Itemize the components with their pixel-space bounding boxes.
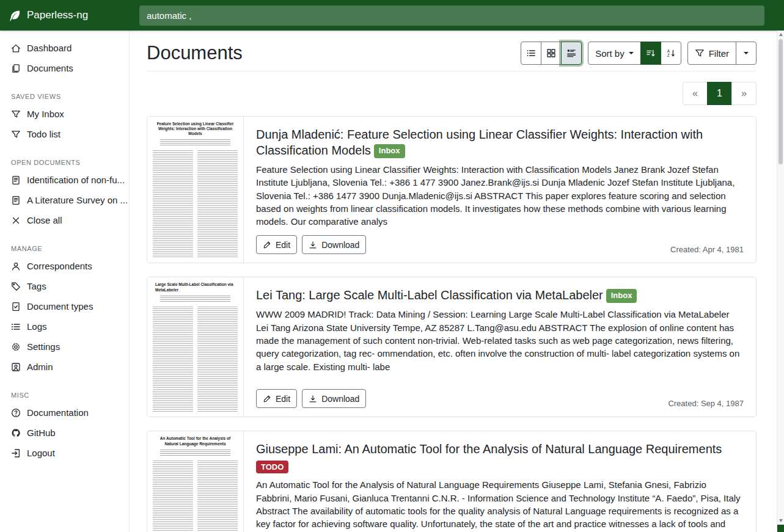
person-icon [11, 261, 21, 271]
thumbnail-text-columns [153, 461, 238, 532]
sidebar-item-label: A Literature Survey on ... [27, 195, 128, 205]
document-thumbnail[interactable]: Large Scale Multi-Label Classification v… [147, 277, 244, 417]
document-thumbnail[interactable]: An Automatic Tool for the Analysis of Na… [147, 431, 244, 532]
thumbnail-column [197, 307, 238, 412]
document-title-link[interactable]: Giuseppe Lami: An Automatic Tool for the… [256, 441, 744, 457]
document-excerpt: An Automatic Tool for the Analysis of Na… [256, 478, 744, 532]
sidebar-item-open-document-2[interactable]: A Literature Survey on ... [0, 190, 129, 210]
download-button[interactable]: Download [302, 235, 366, 254]
pagination-row: « 1 » [147, 82, 757, 105]
sidebar-item-dashboard[interactable]: Dashboard [0, 38, 129, 58]
scroll-corner [777, 525, 784, 532]
file-text-icon [11, 195, 21, 205]
pencil-icon [263, 395, 271, 403]
scroll-up-arrow-icon[interactable] [779, 33, 783, 36]
github-icon [11, 428, 21, 438]
edit-button[interactable]: Edit [256, 235, 297, 254]
sidebar-item-label: Documentation [27, 407, 89, 418]
pencil-icon [263, 241, 271, 249]
details-view-icon [566, 48, 576, 58]
caret-down-icon [744, 52, 749, 54]
thumbnail-author-lines [160, 296, 230, 303]
sidebar-item-tags[interactable]: Tags [0, 276, 129, 296]
scroll-down-arrow-icon[interactable] [779, 519, 783, 522]
document-title: Lei Tang: Large Scale Multi-Label Classi… [256, 288, 603, 302]
document-card: Feature Selection using Linear Classifie… [147, 116, 757, 263]
edit-button[interactable]: Edit [256, 389, 297, 408]
sort-alpha-icon: AZ [666, 48, 676, 58]
svg-text:Z: Z [667, 53, 669, 57]
edit-label: Edit [276, 241, 290, 249]
tag-badge-inbox[interactable]: Inbox [374, 144, 405, 158]
sidebar-item-label: Document types [27, 301, 93, 312]
sidebar-item-label: Correspondents [27, 261, 92, 271]
sort-by-dropdown[interactable]: Sort by [588, 42, 641, 65]
pagination: « 1 » [683, 82, 757, 105]
document-thumbnail[interactable]: Feature Selection using Linear Classifie… [147, 117, 244, 263]
sidebar-item-close-all[interactable]: Close all [0, 210, 129, 230]
sidebar-item-admin[interactable]: Admin [0, 357, 129, 377]
thumbnail-author-lines [160, 450, 230, 457]
sidebar-item-label: Admin [27, 362, 53, 372]
top-navbar: Paperless-ng [0, 0, 784, 31]
sidebar-item-document-types[interactable]: Document types [0, 296, 129, 316]
tag-badge-todo[interactable]: TODO [256, 461, 288, 473]
sidebar-item-logout[interactable]: Logout [0, 443, 129, 463]
funnel-icon [11, 129, 21, 139]
funnel-icon [11, 109, 21, 119]
sort-alphabetical-button[interactable]: AZ [661, 42, 681, 65]
close-icon [11, 216, 21, 225]
scrollbar [777, 31, 784, 532]
filter-label: Filter [709, 49, 729, 58]
filter-group: Filter [687, 42, 757, 65]
sidebar-item-correspondents[interactable]: Correspondents [0, 256, 129, 276]
thumbnail-column [197, 150, 238, 258]
filter-dropdown-toggle[interactable] [736, 42, 757, 65]
sidebar-item-todo-list[interactable]: Todo list [0, 124, 129, 144]
sort-direction-desc-button[interactable] [640, 42, 661, 65]
sort-by-label: Sort by [595, 49, 625, 58]
pagination-next[interactable]: » [731, 82, 757, 105]
badge-row: TODO [256, 461, 744, 473]
sidebar-item-logs[interactable]: Logs [0, 316, 129, 337]
document-title-link[interactable]: Dunja Mladenić: Feature Selection using … [256, 126, 744, 158]
sidebar-item-my-inbox[interactable]: My Inbox [0, 104, 129, 124]
grid-view-icon [546, 48, 556, 58]
sidebar-item-label: My Inbox [27, 109, 64, 119]
global-search-input[interactable] [139, 5, 764, 26]
sidebar-item-label: Close all [27, 215, 62, 225]
sidebar-item-documents[interactable]: Documents [0, 58, 129, 78]
thumbnail-page-title: Feature Selection using Linear Classifie… [155, 122, 235, 136]
filter-button[interactable]: Filter [687, 42, 736, 65]
sidebar-item-open-document-1[interactable]: Identification of non-fu... [0, 170, 129, 190]
app-title: Paperless-ng [27, 9, 88, 21]
sidebar-item-documentation[interactable]: Documentation [0, 403, 129, 423]
tag-badge-inbox[interactable]: Inbox [606, 289, 637, 303]
sidebar-item-label: Dashboard [27, 43, 71, 53]
sidebar-item-label: Settings [27, 341, 60, 352]
sidebar-item-settings[interactable]: Settings [0, 337, 129, 357]
view-grid-button[interactable] [541, 42, 562, 65]
card-actions: Edit Download [256, 235, 366, 254]
sidebar-item-label: Tags [27, 281, 46, 291]
tag-icon [11, 282, 21, 291]
view-list-button[interactable] [521, 42, 541, 65]
document-title: Dunja Mladenić: Feature Selection using … [256, 128, 703, 157]
main-content: Documents Sort by [130, 31, 777, 532]
sidebar-section-saved-views: SAVED VIEWS [0, 90, 129, 103]
sidebar-item-github[interactable]: GitHub [0, 423, 129, 443]
download-icon [309, 395, 317, 403]
view-details-button[interactable] [561, 42, 582, 65]
document-title-link[interactable]: Lei Tang: Large Scale Multi-Label Classi… [256, 287, 744, 303]
document-card: An Automatic Tool for the Analysis of Na… [147, 431, 757, 532]
documents-toolbar: Sort by AZ Filter [521, 42, 757, 65]
pagination-page-1[interactable]: 1 [707, 82, 732, 105]
scrollbar-thumb[interactable] [779, 39, 783, 164]
card-footer: Edit Download Created: Sep 4, 1987 [256, 382, 744, 408]
edit-label: Edit [276, 395, 290, 403]
download-button[interactable]: Download [302, 389, 366, 408]
pagination-prev[interactable]: « [683, 82, 708, 105]
sidebar-item-label: Documents [27, 63, 73, 73]
app-brand[interactable]: Paperless-ng [0, 9, 130, 22]
paperless-logo-icon [9, 9, 21, 22]
